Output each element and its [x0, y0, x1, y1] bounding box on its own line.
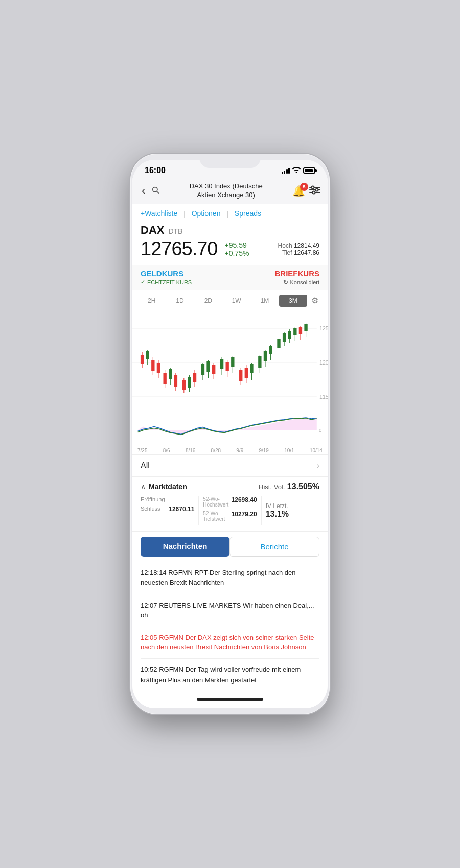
mkt-divider-2	[261, 496, 262, 525]
news-item[interactable]: 12:18:14 RGFMN RPT-Der Sterling springt …	[141, 562, 319, 594]
mkt-col-left: Eröffnung Schluss 12670.11	[141, 496, 194, 525]
marktdaten-section: ∧ Marktdaten Hist. Vol. 13.505%	[132, 477, 328, 494]
price-highs: Hoch 12814.49 Tief 12647.86	[278, 242, 319, 256]
spreads-link[interactable]: Spreads	[235, 209, 261, 218]
price-section: DAX DTB 12765.70 +95.59 +0.75% Hoch 1281…	[132, 221, 328, 265]
battery-icon	[303, 167, 315, 174]
oscillator-chart: 0	[132, 414, 328, 447]
svg-rect-63	[293, 328, 296, 335]
svg-rect-51	[258, 356, 261, 368]
svg-rect-53	[264, 351, 267, 361]
news-list: 12:18:14 RGFMN RPT-Der Sterling springt …	[132, 562, 328, 691]
all-row[interactable]: All ›	[132, 454, 328, 477]
tief-value: 12647.86	[294, 249, 319, 256]
back-button[interactable]: ‹	[140, 182, 147, 200]
svg-text:12500: 12500	[319, 326, 328, 332]
hist-vol-value: 13.505%	[287, 482, 319, 491]
filter-icon[interactable]	[309, 185, 320, 197]
header-title: DAX 30 Index (Deutsche Aktien Xchange 30…	[164, 182, 288, 200]
chart-icon: ∧	[141, 483, 146, 491]
svg-rect-15	[146, 351, 149, 359]
svg-rect-49	[250, 364, 253, 373]
svg-rect-67	[304, 324, 307, 331]
time-tabs: 2H 1D 2D 1W 1M 3M ⚙	[132, 290, 328, 311]
tab-berichte[interactable]: Berichte	[229, 537, 319, 557]
svg-rect-39	[220, 359, 223, 369]
home-indicator	[132, 691, 328, 708]
geld-label: GELDKURS	[141, 269, 192, 278]
chart-settings-icon[interactable]: ⚙	[307, 293, 323, 308]
ticker-exchange: DTB	[168, 227, 182, 235]
svg-point-7	[313, 191, 315, 194]
signal-bars-icon	[282, 168, 290, 174]
geld-brief-section: GELDKURS ✓ ECHTZEIT KURS BRIEFKURS ↻ Kon…	[132, 265, 328, 290]
chevron-right-icon: ›	[317, 461, 319, 470]
tab-3m[interactable]: 3M	[279, 295, 307, 307]
chart-container: 12500 12000 11500 0 7/25 8	[132, 311, 328, 454]
wifi-icon	[292, 166, 301, 175]
svg-text:11500: 11500	[319, 395, 328, 400]
svg-rect-19	[157, 363, 160, 373]
watchlist-link[interactable]: +Watchliste	[141, 209, 177, 218]
svg-rect-33	[201, 364, 204, 375]
ticker-name: DAX	[141, 224, 164, 237]
svg-rect-57	[277, 339, 280, 348]
svg-text:0: 0	[319, 428, 321, 433]
svg-rect-21	[163, 373, 166, 384]
status-icons	[282, 166, 316, 175]
mkt-col-right: IV Letzt. 13.1%	[266, 496, 319, 525]
geld-side: GELDKURS ✓ ECHTZEIT KURS	[141, 269, 192, 286]
svg-rect-55	[269, 346, 272, 354]
svg-rect-27	[182, 380, 186, 390]
svg-rect-43	[231, 357, 234, 367]
status-time: 16:00	[145, 166, 166, 175]
tab-2d[interactable]: 2D	[194, 295, 222, 307]
svg-rect-23	[169, 369, 172, 379]
marktdaten-grid: Eröffnung Schluss 12670.11 52-Wo-Höchstw…	[132, 494, 328, 532]
price-change-percent: +0.75%	[225, 249, 249, 257]
all-label: All	[141, 461, 150, 470]
svg-rect-31	[193, 373, 196, 382]
svg-point-6	[316, 188, 318, 191]
brief-side: BRIEFKURS ↻ Konsolidiert	[274, 269, 319, 286]
tab-nachrichten[interactable]: Nachrichten	[141, 537, 229, 557]
action-links: +Watchliste | Optionen | Spreads	[132, 204, 328, 221]
news-tabs: Nachrichten Berichte	[132, 532, 328, 562]
brief-sub: ↻ Konsolidiert	[274, 279, 319, 286]
tab-1w[interactable]: 1W	[222, 295, 250, 307]
price-change-absolute: +95.59	[225, 241, 249, 249]
svg-rect-45	[239, 370, 242, 381]
news-item-highlight[interactable]: 12:05 RGFMN Der DAX zeigt sich von seine…	[141, 626, 319, 659]
mkt-divider	[198, 496, 199, 525]
svg-rect-47	[245, 368, 248, 378]
home-bar	[197, 698, 263, 701]
svg-point-5	[312, 186, 314, 188]
tab-1m[interactable]: 1M	[250, 295, 279, 307]
optionen-link[interactable]: Optionen	[192, 209, 221, 218]
hist-vol: Hist. Vol. 13.505%	[259, 482, 319, 491]
brief-label: BRIEFKURS	[274, 269, 319, 278]
header: ‹ DAX 30 Index (Deutsche Aktien Xchange …	[132, 178, 328, 204]
svg-rect-35	[206, 361, 210, 372]
marktdaten-title: Marktdaten	[149, 483, 187, 491]
svg-rect-13	[141, 355, 144, 364]
svg-line-1	[157, 191, 159, 194]
mkt-col-mid: 52-Wo-Höchstwert 12698.40 52-Wo-Tiefstwe…	[203, 496, 257, 525]
svg-rect-17	[151, 360, 154, 371]
news-item[interactable]: 10:52 RGFMN Der Tag wird voller vorfreud…	[141, 659, 319, 690]
svg-rect-41	[226, 362, 229, 371]
svg-rect-29	[188, 377, 191, 388]
main-price: 12765.70	[141, 238, 218, 260]
news-item[interactable]: 12:07 REUTERS LIVE MARKETS Wir haben ein…	[141, 594, 319, 626]
search-icon[interactable]	[151, 186, 159, 196]
hoch-value: 12814.49	[294, 242, 319, 249]
candlestick-chart: 12500 12000 11500	[132, 311, 328, 414]
svg-rect-65	[299, 327, 302, 334]
svg-rect-59	[283, 333, 286, 342]
chart-x-labels: 7/25 8/6 8/16 8/28 9/9 9/19 10/1 10/14	[132, 447, 328, 454]
bell-button[interactable]: 🔔 5	[292, 185, 305, 197]
check-icon: ✓	[141, 279, 145, 285]
svg-text:12000: 12000	[319, 360, 328, 366]
tab-2h[interactable]: 2H	[137, 295, 166, 307]
tab-1d[interactable]: 1D	[166, 295, 194, 307]
